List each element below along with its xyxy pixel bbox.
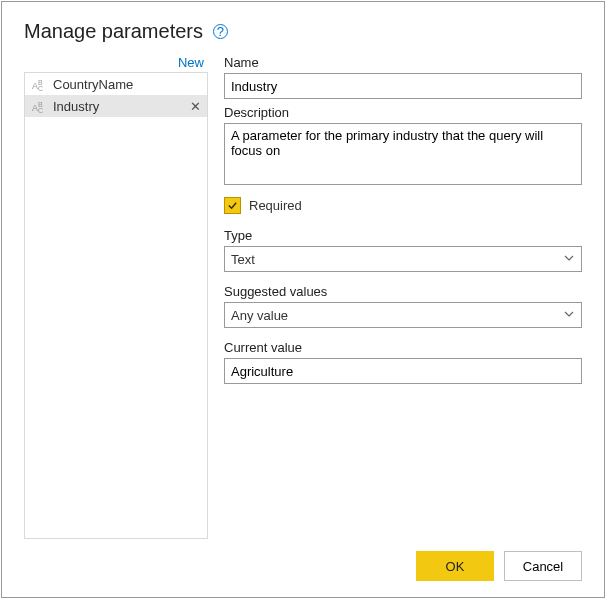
name-input[interactable] bbox=[224, 73, 582, 99]
suggested-value: Any value bbox=[231, 308, 288, 323]
description-input[interactable]: A parameter for the primary industry tha… bbox=[224, 123, 582, 185]
sidebar-top: New bbox=[24, 53, 208, 72]
type-label: Type bbox=[224, 228, 582, 243]
text-type-icon: ABC bbox=[31, 98, 49, 114]
text-type-icon: ABC bbox=[31, 76, 49, 92]
sidebar: New ABC CountryName ABC Industry ✕ bbox=[24, 53, 208, 539]
required-row: Required bbox=[224, 197, 582, 214]
checkmark-icon bbox=[227, 200, 238, 211]
parameter-item-label: CountryName bbox=[53, 77, 203, 92]
type-value: Text bbox=[231, 252, 255, 267]
parameter-list: ABC CountryName ABC Industry ✕ bbox=[24, 72, 208, 539]
current-value-label: Current value bbox=[224, 340, 582, 355]
ok-button[interactable]: OK bbox=[416, 551, 494, 581]
chevron-down-icon bbox=[563, 308, 575, 323]
chevron-down-icon bbox=[563, 252, 575, 267]
name-label: Name bbox=[224, 55, 582, 70]
dialog-title-text: Manage parameters bbox=[24, 20, 203, 43]
required-checkbox[interactable] bbox=[224, 197, 241, 214]
form-panel: Name Description A parameter for the pri… bbox=[224, 53, 582, 539]
required-label: Required bbox=[249, 198, 302, 213]
manage-parameters-dialog: Manage parameters ? New ABC CountryName … bbox=[1, 1, 605, 598]
svg-text:C: C bbox=[38, 85, 43, 91]
parameter-item-countryname[interactable]: ABC CountryName bbox=[25, 73, 207, 95]
cancel-button[interactable]: Cancel bbox=[504, 551, 582, 581]
current-value-input[interactable] bbox=[224, 358, 582, 384]
suggested-label: Suggested values bbox=[224, 284, 582, 299]
description-label: Description bbox=[224, 105, 582, 120]
dialog-title: Manage parameters ? bbox=[24, 20, 582, 43]
delete-icon[interactable]: ✕ bbox=[188, 99, 203, 114]
svg-text:C: C bbox=[38, 107, 43, 113]
suggested-select[interactable]: Any value bbox=[224, 302, 582, 328]
type-select[interactable]: Text bbox=[224, 246, 582, 272]
dialog-body: New ABC CountryName ABC Industry ✕ bbox=[24, 53, 582, 539]
help-icon[interactable]: ? bbox=[213, 24, 228, 39]
dialog-footer: OK Cancel bbox=[24, 539, 582, 581]
parameter-item-industry[interactable]: ABC Industry ✕ bbox=[25, 95, 207, 117]
new-link[interactable]: New bbox=[178, 55, 204, 70]
parameter-item-label: Industry bbox=[53, 99, 188, 114]
